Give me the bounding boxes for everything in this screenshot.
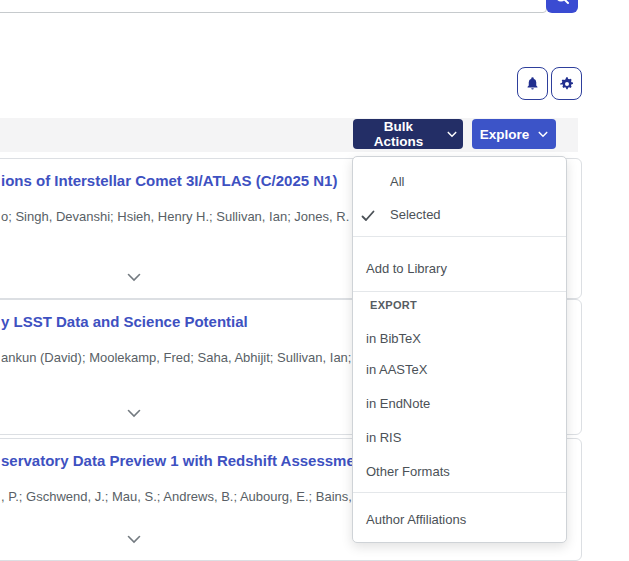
settings-button[interactable]: [551, 67, 582, 100]
chevron-down-icon: [538, 131, 548, 138]
expand-abstract-toggle[interactable]: [127, 273, 143, 285]
explore-label: Explore: [480, 127, 530, 142]
chevron-down-icon: [127, 535, 143, 544]
chevron-down-icon: [447, 131, 457, 138]
menu-divider: [353, 492, 566, 493]
checkmark-icon: [361, 208, 375, 226]
bulk-actions-menu: All Selected Add to Library EXPORT in Bi…: [352, 156, 567, 543]
search-input[interactable]: [0, 0, 547, 13]
bulk-actions-label: Bulk Actions: [359, 119, 438, 149]
expand-abstract-toggle[interactable]: [127, 535, 143, 547]
menu-section-header-export: EXPORT: [370, 299, 417, 311]
search-results-page: Bulk Actions Explore ions of Interstella…: [0, 0, 629, 561]
menu-item-author-affiliations[interactable]: Author Affiliations: [366, 512, 466, 527]
menu-divider: [353, 291, 566, 292]
gear-icon: [559, 76, 575, 92]
menu-item-selected[interactable]: Selected: [390, 207, 441, 222]
search-icon: [554, 0, 570, 5]
menu-divider: [353, 236, 566, 237]
expand-abstract-toggle[interactable]: [127, 409, 143, 421]
menu-item-in-bibtex[interactable]: in BibTeX: [366, 331, 421, 346]
menu-item-in-aastex[interactable]: in AASTeX: [366, 362, 427, 377]
menu-item-add-to-library[interactable]: Add to Library: [366, 261, 447, 276]
chevron-down-icon: [127, 273, 143, 282]
notifications-button[interactable]: [517, 67, 548, 100]
menu-item-in-ris[interactable]: in RIS: [366, 430, 401, 445]
paper-authors-text: , P.; Gschwend, J.; Mau, S.; Andrews, B.…: [1, 489, 373, 504]
bell-icon: [525, 76, 540, 91]
menu-item-all[interactable]: All: [390, 174, 404, 189]
bulk-actions-button[interactable]: Bulk Actions: [353, 119, 463, 149]
search-submit-button[interactable]: [546, 0, 578, 13]
explore-button[interactable]: Explore: [472, 119, 556, 149]
menu-item-in-endnote[interactable]: in EndNote: [366, 396, 430, 411]
menu-item-other-formats[interactable]: Other Formats: [366, 464, 450, 479]
chevron-down-icon: [127, 409, 143, 418]
